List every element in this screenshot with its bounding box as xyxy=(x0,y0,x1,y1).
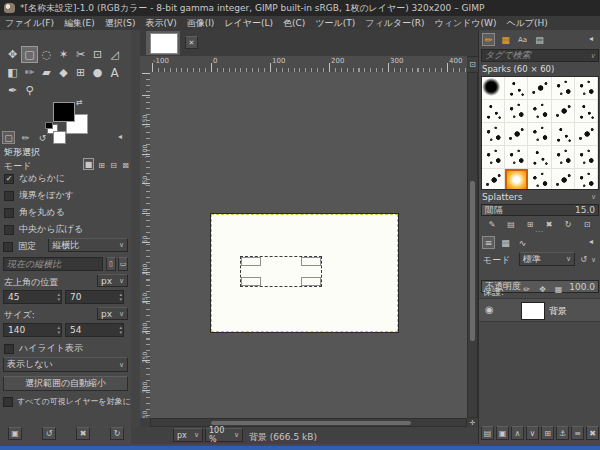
tag-filter-input[interactable]: タグで検索∨ xyxy=(481,49,599,62)
selection-handle-top-left[interactable] xyxy=(241,257,261,266)
brush-thumbnail[interactable] xyxy=(552,77,575,100)
brush-thumbnail[interactable] xyxy=(505,100,528,123)
auto-shrink-button[interactable]: 選択範囲の自動縮小 xyxy=(3,376,128,391)
zoom-tool-icon[interactable]: ⚲ xyxy=(21,82,38,99)
mode-add-icon[interactable]: ⊞ xyxy=(96,159,107,171)
pane-resize-handle[interactable]: ⋯ xyxy=(529,228,549,234)
chevron-down-icon[interactable]: ∨ xyxy=(591,193,596,201)
selection-rectangle[interactable] xyxy=(240,256,322,287)
text-tool-icon[interactable]: A xyxy=(106,64,123,81)
brush-thumbnail[interactable] xyxy=(482,146,505,169)
aspect-ratio-input[interactable]: 現在の縦横比 xyxy=(3,257,103,271)
mode-subtract-icon[interactable]: ⊟ xyxy=(108,159,119,171)
menu-filters[interactable]: フィルター(R) xyxy=(360,16,429,30)
new-brush-icon[interactable]: ▤ xyxy=(504,218,518,230)
dock-menu-icon[interactable]: ◂ xyxy=(118,132,122,141)
reset-mode-icon[interactable]: ↺ xyxy=(578,253,589,265)
landscape-orientation-icon[interactable]: ▭ xyxy=(118,257,128,271)
edit-brush-icon[interactable]: ✎ xyxy=(485,218,499,230)
mode-replace-icon[interactable]: ■ xyxy=(83,158,94,170)
fixed-aspect-combo[interactable]: 縦横比∨ xyxy=(48,238,128,252)
zoom-combo[interactable]: 100 %∨ xyxy=(205,428,243,442)
rounded-corners-option[interactable]: 角を丸める xyxy=(4,206,65,219)
canvas-viewport[interactable] xyxy=(150,72,467,418)
rounded-corners-checkbox[interactable] xyxy=(4,208,14,218)
brush-thumbnail[interactable] xyxy=(482,123,505,146)
brush-thumbnail[interactable] xyxy=(575,169,598,190)
reset-tool-options-icon[interactable]: ↻ xyxy=(110,427,124,440)
brush-thumbnail[interactable] xyxy=(505,77,528,100)
new-layer-icon[interactable]: ▤ xyxy=(481,426,494,440)
open-brush-as-image-icon[interactable]: ⊡ xyxy=(580,218,594,230)
mode-group-chevron-icon[interactable]: ∨ xyxy=(591,256,596,264)
anchor-layer-icon[interactable]: ⚓ xyxy=(556,426,569,440)
menu-image[interactable]: 画像(I) xyxy=(182,16,220,30)
sample-merged-checkbox[interactable] xyxy=(3,397,13,407)
document-history-tab-icon[interactable]: ▤ xyxy=(533,33,546,46)
zoom-follow-window-toggle-icon[interactable]: ⊡ xyxy=(467,57,478,72)
tool-options-tab-icon[interactable]: ▢ xyxy=(2,131,15,144)
brush-thumbnail[interactable] xyxy=(482,77,505,100)
brush-spacing-slider[interactable]: 間隔 15.0 xyxy=(481,204,599,216)
brush-thumbnail[interactable] xyxy=(552,100,575,123)
image-tab-thumbnail[interactable] xyxy=(150,33,178,54)
expand-from-center-option[interactable]: 中央から広げる xyxy=(4,223,83,236)
layer-thumbnail[interactable] xyxy=(521,302,545,320)
unified-transform-tool-icon[interactable]: ⊡ xyxy=(89,46,106,63)
refresh-brushes-icon[interactable]: ↻ xyxy=(561,218,575,230)
brush-thumbnail[interactable] xyxy=(505,123,528,146)
gradient-tool-icon[interactable]: ◆ xyxy=(55,64,72,81)
rectangle-select-tool-icon[interactable]: ▢ xyxy=(21,46,38,63)
pencil-tool-icon[interactable]: ✏ xyxy=(21,64,38,81)
guides-combo[interactable]: 表示しない∨ xyxy=(3,357,128,372)
device-status-tab-icon[interactable]: ✏ xyxy=(19,131,32,144)
selection-handle-top-right[interactable] xyxy=(301,257,321,266)
layer-row[interactable]: ◉ 背景 xyxy=(479,298,600,322)
mode-intersect-icon[interactable]: ⊠ xyxy=(120,159,131,171)
horizontal-scrollbar-thumb[interactable] xyxy=(211,421,411,425)
lower-layer-icon[interactable]: ∨ xyxy=(526,426,539,440)
menu-colors[interactable]: 色(C) xyxy=(278,16,310,30)
close-image-tab-icon[interactable]: ✕ xyxy=(185,36,198,49)
paths-tab-icon[interactable]: ∿ xyxy=(516,236,529,249)
undo-history-tab-icon[interactable]: ↺ xyxy=(36,131,49,144)
menu-windows[interactable]: ウィンドウ(W) xyxy=(429,16,501,30)
merge-layer-icon[interactable]: ≡ xyxy=(571,426,584,440)
restore-tool-preset-icon[interactable]: ↺ xyxy=(42,427,56,440)
feather-checkbox[interactable] xyxy=(4,191,14,201)
foreground-color-swatch[interactable] xyxy=(53,102,75,122)
delete-tool-preset-icon[interactable]: ✖ xyxy=(76,427,90,440)
size-unit-combo[interactable]: px∨ xyxy=(97,307,128,320)
crop-tool-icon[interactable]: ✂ xyxy=(72,46,89,63)
size-height-spinner[interactable]: 54▴▾ xyxy=(65,323,124,337)
feather-option[interactable]: 境界をぼかす xyxy=(4,189,74,202)
horizontal-ruler[interactable]: -100 0 100 200 300 400 xyxy=(150,56,467,73)
brush-thumbnail[interactable] xyxy=(552,123,575,146)
move-tool-icon[interactable]: ✥ xyxy=(4,46,21,63)
spinner-arrows-icon[interactable]: ▴▾ xyxy=(119,292,122,302)
highlight-option[interactable]: ハイライト表示 xyxy=(4,342,83,355)
expand-from-center-checkbox[interactable] xyxy=(4,225,14,235)
raise-layer-icon[interactable]: ∧ xyxy=(511,426,524,440)
layers-tab-icon[interactable]: ≡ xyxy=(482,236,495,249)
selection-handle-bottom-right[interactable] xyxy=(301,277,321,286)
brush-thumbnail[interactable] xyxy=(575,146,598,169)
brush-thumbnail[interactable] xyxy=(482,100,505,123)
position-unit-combo[interactable]: px∨ xyxy=(97,274,128,287)
brush-thumbnail[interactable] xyxy=(528,100,551,123)
sample-merged-option[interactable]: すべての可視レイヤーを対象にする xyxy=(3,396,147,407)
brush-thumbnail[interactable] xyxy=(482,169,505,190)
dock-menu-icon[interactable]: ◂ xyxy=(589,237,593,246)
dock-menu-icon[interactable]: ◂ xyxy=(589,34,593,43)
selected-brush-thumbnail[interactable] xyxy=(505,169,528,190)
spinner-arrows-icon[interactable]: ▴▾ xyxy=(119,325,122,335)
portrait-orientation-icon[interactable]: ▯ xyxy=(106,257,116,271)
free-select-tool-icon[interactable]: ◌ xyxy=(38,46,55,63)
layer-mode-combo[interactable]: 標準∨ xyxy=(519,252,575,266)
menu-layer[interactable]: レイヤー(L) xyxy=(219,16,278,30)
selection-handle-bottom-left[interactable] xyxy=(241,277,261,286)
smudge-tool-icon[interactable]: ● xyxy=(89,64,106,81)
vertical-scrollbar-thumb[interactable] xyxy=(470,181,475,341)
brush-thumbnail[interactable] xyxy=(528,77,551,100)
spinner-arrows-icon[interactable]: ▴▾ xyxy=(57,292,60,302)
